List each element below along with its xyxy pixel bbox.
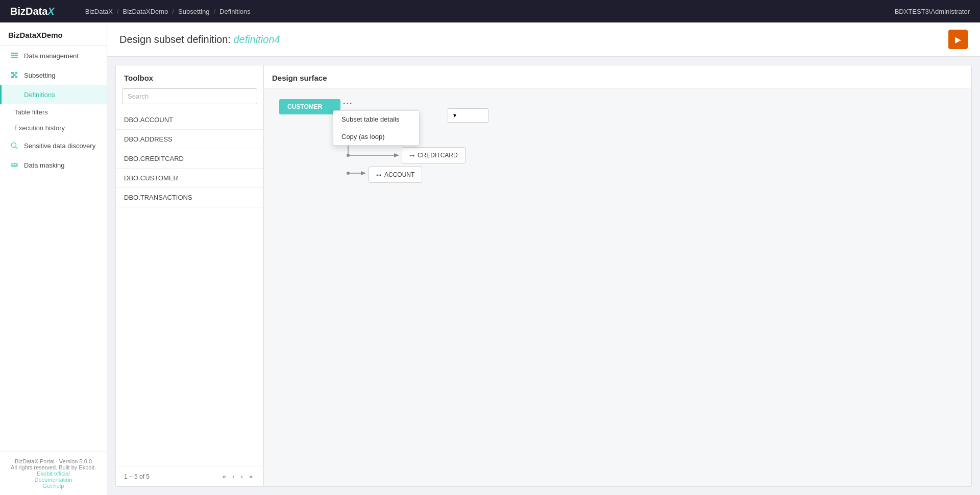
node-account[interactable]: ⊶ ACCOUNT — [369, 167, 422, 183]
pagination-prev-btn[interactable]: ‹ — [230, 472, 237, 481]
breadcrumb-item-definitions[interactable]: Definitions — [219, 8, 251, 15]
toolbox-search-input[interactable] — [122, 88, 257, 104]
page-title: Design subset definition: definition4 — [119, 34, 280, 45]
breadcrumb-item-demo[interactable]: BizDataXDemo — [123, 8, 168, 15]
svg-rect-5 — [11, 163, 18, 167]
creditcard-connector-icon: ⊶ — [409, 153, 414, 158]
sidebar-footer: BizDataX Portal · Version 5.0.0 All righ… — [0, 452, 107, 495]
top-nav: BizDataX BizDataX / BizDataXDemo / Subse… — [0, 0, 980, 22]
svg-marker-11 — [394, 153, 399, 157]
dropdown-value: ▾ — [453, 112, 456, 119]
sidebar-item-definitions[interactable]: Definitions — [0, 85, 107, 104]
pagination-next-btn[interactable]: › — [238, 472, 245, 481]
breadcrumb-item-bizdatax[interactable]: BizDataX — [85, 8, 113, 15]
context-menu-copy-as-loop[interactable]: Copy (as loop) — [333, 128, 419, 145]
breadcrumb-sep-3: / — [213, 8, 215, 15]
pagination-buttons: « ‹ › » — [220, 472, 255, 481]
footer-link-help[interactable]: Get help — [8, 483, 99, 489]
node-dropdown[interactable]: ▾ — [448, 108, 488, 123]
pagination-range: 1 – 5 of 5 — [124, 473, 150, 480]
breadcrumb-item-subsetting[interactable]: Subsetting — [178, 8, 209, 15]
svg-marker-13 — [361, 171, 366, 175]
svg-rect-7 — [15, 164, 16, 165]
content-header: Design subset definition: definition4 ▶ — [107, 22, 980, 57]
creditcard-label: CREDITCARD — [418, 152, 458, 159]
logo-biz: Biz — [10, 6, 26, 17]
page-title-prefix: Design subset definition: — [119, 34, 233, 45]
run-button[interactable]: ▶ — [948, 30, 968, 49]
puzzle-icon — [10, 70, 19, 80]
footer-portal: BizDataX Portal · Version 5.0.0 — [8, 458, 99, 464]
sidebar-item-table-filters[interactable]: Table filters — [0, 104, 107, 120]
definition-name: definition4 — [233, 34, 280, 45]
design-canvas[interactable]: CUSTOMER ··· Subset table details Copy (… — [264, 89, 971, 484]
sidebar-item-data-masking[interactable]: Data masking — [0, 155, 107, 175]
sidebar-label-definitions: Definitions — [24, 91, 55, 99]
logo-data: Data — [26, 6, 47, 17]
svg-point-14 — [347, 154, 350, 157]
connector-svg — [264, 89, 971, 484]
svg-rect-2 — [11, 53, 18, 54]
sidebar-label-sensitive-data-discovery: Sensitive data discovery — [24, 142, 95, 150]
toolbox-panel: Toolbox DBO.ACCOUNT DBO.ADDRESS DBO.CRED… — [116, 65, 264, 486]
pagination-last-btn[interactable]: » — [247, 472, 255, 481]
toolbox-header: Toolbox — [116, 65, 263, 88]
svg-rect-6 — [12, 164, 14, 165]
sidebar-item-data-management[interactable]: Data management — [0, 46, 107, 65]
toolbox-item-2[interactable]: DBO.CREDITCARD — [116, 149, 263, 169]
sidebar-label-data-management: Data management — [24, 52, 79, 60]
design-surface: Design surface — [264, 65, 971, 486]
toolbox-item-0[interactable]: DBO.ACCOUNT — [116, 110, 263, 130]
svg-point-15 — [347, 172, 350, 175]
toolbox-item-1[interactable]: DBO.ADDRESS — [116, 130, 263, 149]
toolbox-item-3[interactable]: DBO.CUSTOMER — [116, 169, 263, 188]
layers-icon — [10, 51, 19, 60]
footer-copyright: All rights reserved. Built by Ekobit. — [8, 464, 99, 470]
sidebar-label-subsetting: Subsetting — [24, 72, 55, 79]
sidebar: BizDataXDemo Data management Subsetting — [0, 22, 107, 495]
account-connector-icon: ⊶ — [376, 172, 381, 178]
footer-link-documentation[interactable]: Documentation — [8, 477, 99, 483]
context-menu: Subset table details Copy (as loop) — [333, 110, 420, 146]
sidebar-label-table-filters: Table filters — [14, 108, 48, 116]
svg-line-4 — [16, 147, 18, 149]
definitions-icon — [10, 90, 19, 99]
node-customer[interactable]: CUSTOMER — [279, 99, 340, 114]
main-layout: BizDataXDemo Data management Subsetting — [0, 22, 980, 495]
sidebar-label-data-masking: Data masking — [24, 161, 64, 169]
pagination-first-btn[interactable]: « — [220, 472, 229, 481]
toolbox-search-container — [116, 88, 263, 110]
design-surface-header: Design surface — [264, 65, 971, 89]
breadcrumb-sep-1: / — [117, 8, 119, 15]
user-label: BDXTEST3\Administrator — [895, 8, 970, 15]
logo-x: X — [47, 6, 54, 17]
toolbox-item-4[interactable]: DBO.TRANSACTIONS — [116, 188, 263, 207]
sidebar-item-sensitive-data-discovery[interactable]: Sensitive data discovery — [0, 136, 107, 155]
mask-icon — [10, 160, 19, 170]
breadcrumb-sep-2: / — [172, 8, 174, 15]
footer-link-ekobit[interactable]: Ekobit official — [8, 470, 99, 477]
customer-label: CUSTOMER — [287, 103, 322, 110]
toolbox-items-list: DBO.ACCOUNT DBO.ADDRESS DBO.CREDITCARD D… — [116, 110, 263, 466]
breadcrumb: BizDataX / BizDataXDemo / Subsetting / D… — [85, 8, 251, 15]
content-area: Design subset definition: definition4 ▶ … — [107, 22, 980, 495]
search-icon — [10, 141, 19, 150]
node-creditcard[interactable]: ⊶ CREDITCARD — [402, 147, 465, 163]
toolbox-pagination: 1 – 5 of 5 « ‹ › » — [116, 466, 263, 486]
sidebar-brand: BizDataXDemo — [0, 22, 107, 46]
sidebar-item-subsetting[interactable]: Subsetting — [0, 65, 107, 85]
sidebar-label-execution-history: Execution history — [14, 124, 65, 132]
account-label: ACCOUNT — [384, 171, 414, 178]
context-menu-subset-table-details[interactable]: Subset table details — [333, 111, 419, 128]
svg-rect-1 — [11, 55, 18, 56]
design-area: Toolbox DBO.ACCOUNT DBO.ADDRESS DBO.CRED… — [115, 65, 972, 487]
app-logo: BizDataX — [10, 6, 55, 17]
sidebar-item-execution-history[interactable]: Execution history — [0, 120, 107, 136]
svg-rect-0 — [11, 57, 18, 58]
node-menu-trigger[interactable]: ··· — [343, 99, 353, 108]
